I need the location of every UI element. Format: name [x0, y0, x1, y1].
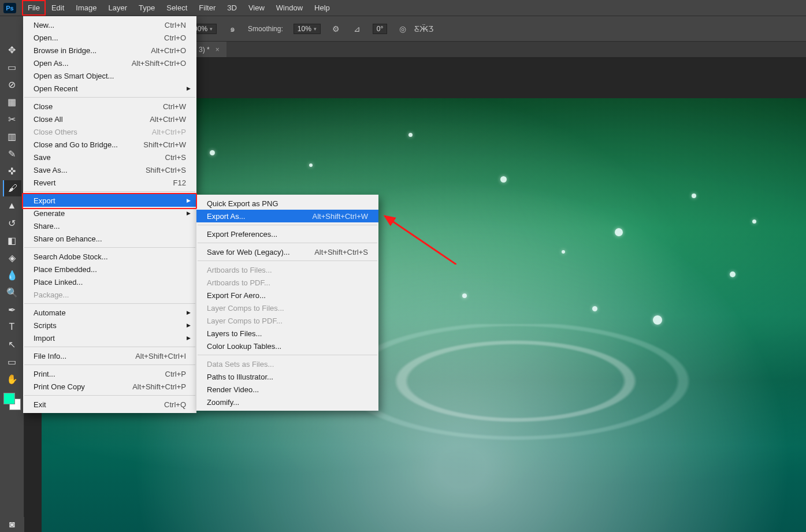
healing-tool-icon[interactable]: ✜	[3, 163, 21, 179]
file-menu-item-25[interactable]: Automate	[23, 306, 196, 319]
menu-3d[interactable]: 3D	[221, 0, 243, 16]
file-menu-item-label: Open As...	[34, 59, 69, 68]
history-brush-tool-icon[interactable]: ↺	[3, 215, 21, 231]
file-menu-item-11[interactable]: SaveCtrl+S	[23, 151, 196, 163]
file-menu-item-label: Export	[34, 196, 55, 205]
file-menu-item-label: Automate	[34, 308, 66, 317]
export-menu-item-5[interactable]: Save for Web (Legacy)...Alt+Shift+Ctrl+S	[196, 245, 378, 258]
file-menu-item-10[interactable]: Close and Go to Bridge...Shift+Ctrl+W	[23, 138, 196, 151]
lasso-tool-icon[interactable]: ⊘	[3, 76, 21, 92]
file-menu-item-27[interactable]: Import	[23, 332, 196, 344]
export-menu-item-label: Save for Web (Legacy)...	[207, 248, 290, 256]
menu-window[interactable]: Window	[270, 0, 309, 16]
menu-layer[interactable]: Layer	[103, 0, 133, 16]
file-menu-item-32[interactable]: Print One CopyAlt+Shift+Ctrl+P	[23, 380, 196, 393]
color-swatches[interactable]	[3, 393, 21, 410]
file-menu-item-20[interactable]: Search Adobe Stock...	[23, 250, 196, 263]
file-menu-item-4[interactable]: Open as Smart Object...	[23, 69, 196, 82]
file-menu-item-21[interactable]: Place Embedded...	[23, 263, 196, 276]
file-menu-item-22[interactable]: Place Linked...	[23, 276, 196, 288]
export-menu-item-9[interactable]: Export For Aero...	[196, 289, 378, 302]
file-menu-item-shortcut: Ctrl+P	[165, 370, 186, 378]
marquee-tool-icon[interactable]: ▭	[3, 59, 21, 75]
file-menu-item-3[interactable]: Open As...Alt+Shift+Ctrl+O	[23, 57, 196, 69]
move-tool-icon[interactable]: ✥	[3, 42, 21, 58]
menu-select[interactable]: Select	[161, 0, 193, 16]
file-menu-item-shortcut: Alt+Ctrl+W	[150, 115, 186, 124]
menu-image[interactable]: Image	[70, 0, 102, 16]
file-menu-item-shortcut: Ctrl+S	[165, 153, 186, 162]
file-menu-item-label: Import	[34, 334, 55, 343]
file-menu-item-shortcut: Ctrl+O	[164, 34, 186, 42]
file-menu-item-7[interactable]: CloseCtrl+W	[23, 100, 196, 113]
file-menu-item-0[interactable]: New...Ctrl+N	[23, 18, 196, 31]
smoothing-field[interactable]: 10%▾	[294, 24, 321, 34]
file-menu-item-16[interactable]: Generate	[23, 207, 196, 220]
menu-edit[interactable]: Edit	[46, 0, 70, 16]
file-menu-item-12[interactable]: Save As...Shift+Ctrl+S	[23, 163, 196, 176]
menu-help[interactable]: Help	[309, 0, 336, 16]
file-menu-item-1[interactable]: Open...Ctrl+O	[23, 31, 196, 44]
file-menu-item-shortcut: Alt+Shift+Ctrl+P	[132, 382, 186, 391]
file-menu-item-13[interactable]: RevertF12	[23, 176, 196, 189]
menu-type[interactable]: Type	[133, 0, 161, 16]
file-menu-item-label: Save As...	[34, 166, 68, 174]
dodge-tool-icon[interactable]: 🔍	[3, 284, 21, 300]
export-menu-item-label: Paths to Illustrator...	[207, 373, 273, 381]
export-menu-item-label: Export For Aero...	[207, 291, 266, 300]
magic-wand-tool-icon[interactable]: ▦	[3, 94, 21, 110]
file-menu-item-shortcut: Alt+Ctrl+O	[151, 46, 186, 55]
document-tab[interactable]: 3) * ×	[192, 42, 226, 57]
gear-icon[interactable]: ⚙	[331, 24, 341, 34]
file-menu-item-15[interactable]: Export	[23, 194, 196, 207]
hand-tool-icon[interactable]: ✋	[3, 371, 21, 387]
file-menu-item-label: Share on Behance...	[34, 235, 102, 243]
file-menu-item-8[interactable]: Close AllAlt+Ctrl+W	[23, 113, 196, 125]
file-menu-item-label: File Info...	[34, 352, 66, 360]
export-menu-item-17[interactable]: Render Video...	[196, 383, 378, 396]
target-icon[interactable]: ◎	[398, 24, 408, 34]
export-menu-item-12[interactable]: Layers to Files...	[196, 327, 378, 340]
file-menu-item-17[interactable]: Share...	[23, 220, 196, 232]
close-icon[interactable]: ×	[216, 46, 220, 54]
eyedropper-tool-icon[interactable]: ✎	[3, 146, 21, 162]
file-menu-item-29[interactable]: File Info...Alt+Shift+Ctrl+I	[23, 349, 196, 362]
brush-tool-icon[interactable]: 🖌	[3, 180, 21, 196]
crop-tool-icon[interactable]: ✂	[3, 111, 21, 127]
export-menu-item-18[interactable]: Zoomify...	[196, 396, 378, 408]
export-menu-item-13[interactable]: Color Lookup Tables...	[196, 340, 378, 352]
stamp-tool-icon[interactable]: ▲	[3, 198, 21, 214]
export-menu-item-0[interactable]: Quick Export as PNG	[196, 197, 378, 210]
shape-tool-icon[interactable]: ▭	[3, 354, 21, 370]
type-tool-icon[interactable]: T	[3, 319, 21, 335]
menu-filter[interactable]: Filter	[193, 0, 221, 16]
gradient-tool-icon[interactable]: ◈	[3, 250, 21, 266]
file-menu-item-shortcut: Shift+Ctrl+W	[143, 140, 186, 149]
butterfly-icon[interactable]: Ƹ̵Ӝ̵Ʒ	[418, 24, 429, 34]
angle-field[interactable]: 0°	[373, 24, 387, 34]
blur-tool-icon[interactable]: 💧	[3, 267, 21, 283]
frame-tool-icon[interactable]: ▥	[3, 128, 21, 144]
menu-view[interactable]: View	[243, 0, 270, 16]
quickmask-icon[interactable]: ◙	[0, 517, 24, 532]
file-menu-item-18[interactable]: Share on Behance...	[23, 232, 196, 245]
smoothing-label: Smoothing:	[248, 25, 283, 33]
file-menu-item-31[interactable]: Print...Ctrl+P	[23, 367, 196, 380]
export-menu-item-1[interactable]: Export As...Alt+Shift+Ctrl+W	[196, 210, 378, 222]
file-menu-item-label: Open Recent	[34, 84, 78, 93]
eraser-tool-icon[interactable]: ◧	[3, 232, 21, 248]
foreground-color-swatch[interactable]	[3, 393, 15, 404]
path-select-tool-icon[interactable]: ↖	[3, 336, 21, 352]
menu-file[interactable]: File	[22, 0, 46, 16]
airbrush-icon[interactable]: ๑	[227, 24, 237, 34]
file-menu-item-label: Save	[34, 153, 51, 162]
export-menu-item-shortcut: Alt+Shift+Ctrl+W	[313, 212, 368, 221]
file-menu-item-26[interactable]: Scripts	[23, 319, 196, 332]
file-menu-item-9: Close OthersAlt+Ctrl+P	[23, 125, 196, 138]
export-menu-item-16[interactable]: Paths to Illustrator...	[196, 370, 378, 383]
pen-tool-icon[interactable]: ✒	[3, 302, 21, 318]
file-menu-item-5[interactable]: Open Recent	[23, 82, 196, 95]
export-menu-item-3[interactable]: Export Preferences...	[196, 228, 378, 240]
file-menu-item-34[interactable]: ExitCtrl+Q	[23, 398, 196, 411]
file-menu-item-2[interactable]: Browse in Bridge...Alt+Ctrl+O	[23, 44, 196, 57]
